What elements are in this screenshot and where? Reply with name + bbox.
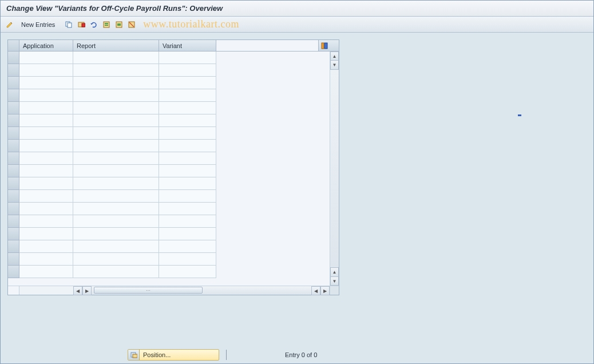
cell-report[interactable]: [73, 266, 159, 278]
cell-report[interactable]: [73, 102, 159, 114]
cell-variant[interactable]: [159, 203, 216, 215]
row-selector[interactable]: [8, 203, 19, 215]
scroll-left-button[interactable]: ◀: [73, 286, 82, 295]
undo-button[interactable]: [88, 19, 100, 30]
cell-variant[interactable]: [159, 52, 216, 64]
cell-report[interactable]: [73, 190, 159, 203]
cell-variant[interactable]: [159, 190, 216, 203]
scroll-right-col-button[interactable]: ◀: [311, 286, 320, 295]
row-selector[interactable]: [8, 190, 19, 203]
cell-report[interactable]: [73, 140, 159, 152]
cell-application[interactable]: [19, 140, 73, 152]
page-down-button[interactable]: ▲: [330, 267, 339, 276]
scroll-up-button[interactable]: ▲: [330, 52, 339, 61]
cell-application[interactable]: [19, 127, 73, 140]
cell-application[interactable]: [19, 77, 73, 89]
cell-report[interactable]: [73, 253, 159, 266]
row-selector[interactable]: [8, 52, 19, 64]
cell-variant[interactable]: [159, 240, 216, 253]
scroll-right-button[interactable]: ▶: [320, 286, 330, 295]
cell-variant[interactable]: [159, 253, 216, 266]
cell-application[interactable]: [19, 152, 73, 165]
cell-report[interactable]: [73, 165, 159, 177]
page-up-button[interactable]: ▼: [330, 61, 339, 70]
cell-variant[interactable]: [159, 102, 216, 114]
cell-application[interactable]: [19, 114, 73, 127]
toggle-edit-button[interactable]: [4, 19, 15, 30]
cell-report[interactable]: [73, 152, 159, 165]
cell-variant[interactable]: [159, 127, 216, 140]
cell-application[interactable]: [19, 52, 73, 64]
position-button[interactable]: Position...: [128, 349, 219, 361]
row-selector[interactable]: [8, 266, 19, 278]
row-selector[interactable]: [8, 240, 19, 253]
column-header-report[interactable]: Report: [73, 40, 159, 52]
cell-variant[interactable]: [159, 177, 216, 190]
column-header-variant[interactable]: Variant: [159, 40, 216, 52]
cell-application[interactable]: [19, 89, 73, 102]
cell-report[interactable]: [73, 228, 159, 240]
cell-report[interactable]: [73, 240, 159, 253]
cell-variant[interactable]: [159, 228, 216, 240]
copy-button[interactable]: [63, 19, 74, 30]
cell-variant[interactable]: [159, 266, 216, 278]
cell-report[interactable]: [73, 89, 159, 102]
row-selector[interactable]: [8, 177, 19, 190]
cell-application[interactable]: [19, 102, 73, 114]
cell-variant[interactable]: [159, 165, 216, 177]
row-selector[interactable]: [8, 215, 19, 228]
row-selector[interactable]: [8, 114, 19, 127]
cell-application[interactable]: [19, 240, 73, 253]
select-all-rows[interactable]: [8, 40, 19, 52]
row-selector[interactable]: [8, 64, 19, 77]
select-all-button[interactable]: [101, 19, 112, 30]
cell-variant[interactable]: [159, 140, 216, 152]
cell-application[interactable]: [19, 266, 73, 278]
row-selector[interactable]: [8, 102, 19, 114]
cell-variant[interactable]: [159, 89, 216, 102]
row-selector[interactable]: [8, 228, 19, 240]
svg-rect-14: [133, 354, 137, 358]
cell-variant[interactable]: [159, 114, 216, 127]
cell-application[interactable]: [19, 228, 73, 240]
cell-variant[interactable]: [159, 215, 216, 228]
cell-report[interactable]: [73, 177, 159, 190]
cell-application[interactable]: [19, 253, 73, 266]
cell-application[interactable]: [19, 215, 73, 228]
cell-report[interactable]: [73, 127, 159, 140]
cell-report[interactable]: [73, 203, 159, 215]
column-header-application[interactable]: Application: [19, 40, 73, 52]
row-selector[interactable]: [8, 127, 19, 140]
cell-application[interactable]: [19, 190, 73, 203]
hscroll-track[interactable]: [92, 286, 311, 295]
scroll-left-col-button[interactable]: ▶: [82, 286, 92, 295]
row-selector[interactable]: [8, 165, 19, 177]
table-settings-button[interactable]: [318, 40, 330, 52]
cell-report[interactable]: [73, 52, 159, 64]
cell-variant[interactable]: [159, 64, 216, 77]
cell-report[interactable]: [73, 77, 159, 89]
scroll-down-button[interactable]: ▼: [330, 276, 339, 286]
hscroll-thumb[interactable]: [94, 287, 203, 294]
cell-application[interactable]: [19, 64, 73, 77]
vertical-scrollbar[interactable]: ▲ ▼ ▲ ▼: [330, 52, 339, 286]
row-selector[interactable]: [8, 77, 19, 89]
select-block-button[interactable]: [113, 19, 125, 30]
row-selector[interactable]: [8, 89, 19, 102]
cell-report[interactable]: [73, 114, 159, 127]
table-row: [8, 140, 216, 152]
row-selector[interactable]: [8, 253, 19, 266]
cell-variant[interactable]: [159, 152, 216, 165]
cell-application[interactable]: [19, 203, 73, 215]
new-entries-button[interactable]: New Entries: [17, 19, 60, 30]
cell-report[interactable]: [73, 64, 159, 77]
deselect-all-button[interactable]: [126, 19, 137, 30]
cell-report[interactable]: [73, 215, 159, 228]
delete-button[interactable]: [76, 19, 87, 30]
cell-application[interactable]: [19, 177, 73, 190]
row-selector[interactable]: [8, 140, 19, 152]
cell-application[interactable]: [19, 165, 73, 177]
cell-variant[interactable]: [159, 77, 216, 89]
table-row: [8, 165, 216, 177]
row-selector[interactable]: [8, 152, 19, 165]
